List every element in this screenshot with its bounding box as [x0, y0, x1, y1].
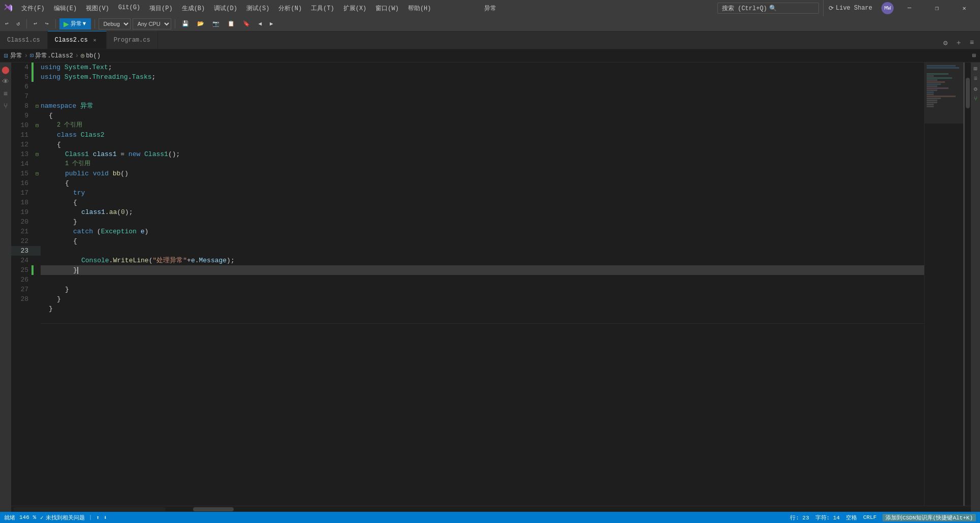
menu-file[interactable]: 文件(F): [17, 3, 49, 14]
window-title: 异常: [484, 4, 496, 13]
menu-view[interactable]: 视图(V): [82, 3, 113, 14]
tab-class2-close[interactable]: ✕: [91, 36, 99, 44]
forward-button[interactable]: ↺: [14, 19, 23, 28]
token-message-22: Message: [199, 256, 227, 265]
line-24-gutter: 24: [11, 256, 41, 265]
collapse-8-icon[interactable]: ⊟: [36, 103, 39, 109]
collapse-10-icon[interactable]: ⊟: [36, 122, 39, 129]
activity-watch-icon[interactable]: 👁: [1, 77, 11, 87]
status-spaces[interactable]: 空格: [846, 514, 857, 521]
token-brace-11: {: [57, 140, 61, 149]
vertical-scrollbar[interactable]: [965, 63, 971, 506]
tab-program[interactable]: Program.cs: [107, 31, 158, 49]
status-nav-down[interactable]: ⬇: [104, 514, 107, 521]
token-console-22: Console: [81, 256, 109, 265]
gutter-13[interactable]: ⊟: [34, 151, 41, 158]
status-csdn[interactable]: 添加到CSDN知识库(快捷键Alt+K): [882, 514, 976, 521]
menu-window[interactable]: 窗口(W): [371, 3, 403, 14]
gutter-8[interactable]: ⊟: [34, 103, 41, 109]
activity-git-icon[interactable]: ⑂: [1, 101, 11, 111]
toolbar-sep-2: [55, 19, 56, 28]
activity-breakpoints-icon[interactable]: ⬤: [1, 65, 11, 75]
platform-select[interactable]: Any CPU: [133, 18, 171, 29]
status-line[interactable]: 行: 23: [790, 514, 809, 521]
hint-1-ref: 1 个引用: [65, 159, 90, 169]
menu-project[interactable]: 项目(P): [145, 3, 177, 14]
token-threading-5: Threading: [92, 72, 128, 82]
status-no-problems[interactable]: ✓ 未找到相关问题: [40, 514, 85, 521]
status-encoding[interactable]: CRLF: [863, 514, 876, 520]
token-exception-19: Exception: [101, 227, 137, 236]
code-line-4: using System.Text;: [41, 63, 924, 72]
token-text-4: Text: [92, 63, 108, 72]
live-share-button[interactable]: ⟳ Live Share: [823, 0, 877, 16]
right-icon-2[interactable]: ≡: [971, 75, 979, 83]
status-zoom[interactable]: 146 %: [19, 514, 36, 520]
menu-build[interactable]: 生成(B): [178, 3, 209, 14]
open-folder-button[interactable]: 📂: [194, 19, 207, 28]
no-problems-text: 未找到相关问题: [46, 514, 85, 521]
menu-git[interactable]: Git(G): [114, 3, 144, 14]
redo-button[interactable]: ↪: [42, 19, 52, 28]
gutter-10[interactable]: ⊟: [34, 122, 41, 129]
right-icon-git[interactable]: ⑂: [971, 95, 979, 103]
right-icon-1[interactable]: ⊞: [971, 65, 979, 73]
token-brace-9: {: [49, 111, 53, 120]
minimize-button[interactable]: —: [898, 0, 921, 16]
line-21-gutter: 21: [11, 227, 41, 236]
tab-overflow-icon[interactable]: ≡: [966, 37, 978, 49]
menu-tools[interactable]: 工具(T): [307, 3, 338, 14]
menu-extensions[interactable]: 扩展(X): [339, 3, 371, 14]
line-11-gutter: 11: [11, 130, 41, 140]
tab-add-icon[interactable]: ＋: [953, 37, 965, 49]
restore-button[interactable]: ❐: [925, 0, 949, 16]
line-8-gutter: 8 ⊟: [11, 101, 41, 111]
breadcrumb-expand-icon[interactable]: ⊞: [972, 52, 976, 59]
code-line-hint-field: 1 个引用: [41, 159, 924, 169]
breadcrumb-method[interactable]: ◎ bb(): [81, 52, 101, 59]
h-scroll-thumb[interactable]: [193, 507, 234, 511]
line-gutter: 4 5 6 7: [11, 63, 41, 506]
close-button[interactable]: ✕: [953, 0, 976, 16]
toolbar-extra-1[interactable]: 📋: [225, 19, 238, 28]
tab-settings-icon[interactable]: ⚙: [939, 37, 952, 49]
gutter-15[interactable]: ⊟: [34, 171, 41, 177]
back-button[interactable]: ↩: [2, 19, 12, 28]
line-25-gutter: 25: [11, 265, 41, 275]
status-ready[interactable]: 就绪: [4, 514, 15, 521]
tab-class1[interactable]: Class1.cs: [0, 31, 48, 49]
debug-config-select[interactable]: Debug: [99, 18, 131, 29]
linenum-28: 28: [11, 294, 31, 304]
tab-class1-label: Class1.cs: [7, 37, 40, 44]
menu-edit[interactable]: 编辑(E): [50, 3, 81, 14]
status-col[interactable]: 字符: 14: [815, 514, 840, 521]
token-0-17: 0: [121, 207, 125, 217]
save-button[interactable]: 💾: [179, 19, 192, 28]
menu-help[interactable]: 帮助(H): [404, 3, 435, 14]
toolbar-extra-3[interactable]: ◀: [255, 19, 265, 28]
right-icon-3[interactable]: ⚙: [971, 85, 979, 93]
profile-button[interactable]: MW: [881, 2, 894, 14]
toolbar-extra-2[interactable]: 🔖: [240, 19, 253, 28]
status-nav-up[interactable]: ⬆: [96, 514, 100, 521]
collapse-15-icon[interactable]: ⊟: [36, 171, 39, 177]
run-button[interactable]: ▶ 异常▼: [59, 18, 91, 29]
tab-program-label: Program.cs: [114, 37, 150, 44]
menu-analyze[interactable]: 分析(N): [274, 3, 306, 14]
menu-debug[interactable]: 调试(D): [210, 3, 241, 14]
screenshot-button[interactable]: 📷: [209, 19, 223, 28]
code-content[interactable]: using System.Text; using System.Threadin…: [41, 63, 924, 506]
toolbar-extra-4[interactable]: ▶: [267, 19, 276, 28]
breadcrumb-class[interactable]: ⊡ 异常.Class2: [30, 51, 73, 60]
breadcrumb-namespace[interactable]: 异常: [10, 51, 22, 60]
activity-callstack-icon[interactable]: ≡: [1, 89, 11, 99]
menu-bar: 文件(F) 编辑(E) 视图(V) Git(G) 项目(P) 生成(B) 调试(…: [17, 3, 713, 14]
tab-class2[interactable]: Class2.cs ✕: [48, 31, 107, 49]
search-input[interactable]: 搜索 (Ctrl+Q): [722, 4, 767, 13]
menu-test[interactable]: 测试(S): [242, 3, 274, 14]
undo-button[interactable]: ↩: [30, 19, 40, 28]
search-box[interactable]: 搜索 (Ctrl+Q) 🔍: [717, 3, 819, 14]
scroll-thumb[interactable]: [966, 78, 970, 108]
horizontal-scrollbar[interactable]: [11, 506, 971, 512]
collapse-13-icon[interactable]: ⊟: [36, 151, 39, 158]
